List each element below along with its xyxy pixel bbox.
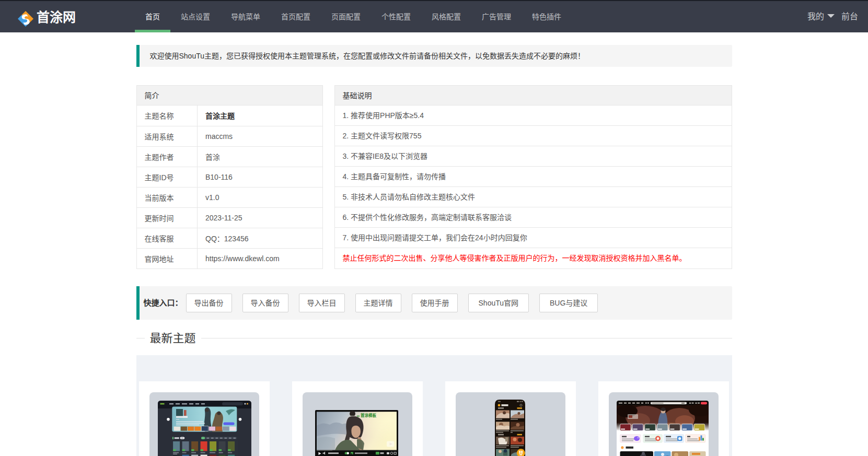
svg-text:首涂模板: 首涂模板 [361,413,376,418]
